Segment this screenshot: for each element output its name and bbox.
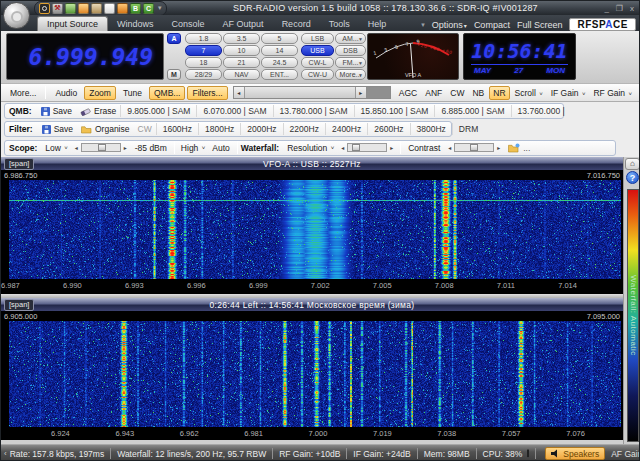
speakers-button[interactable]: Speakers [545,447,605,460]
band-10-button[interactable]: 10 [223,45,260,56]
filter-organise-button[interactable]: Organise [77,123,134,135]
calendar-icon[interactable] [78,3,89,14]
slider-left-arrow-icon[interactable]: ◄ [447,145,452,151]
slider-thumb[interactable] [470,144,478,151]
nb-toggle[interactable]: NB [469,87,487,99]
display-icon[interactable] [65,3,76,14]
qmb-button[interactable]: QMB... [149,86,185,100]
frequency-display[interactable]: 6.999.949 [6,33,164,80]
compact-button[interactable]: Compact [474,20,510,30]
waterfall-resolution-dropdown[interactable]: Resolution ˅ [284,142,337,154]
filter-3800[interactable]: 3800Hz [410,123,452,135]
band-21-button[interactable]: 21 [223,57,260,68]
qmb-memory-4[interactable]: 15.850.100 | SAM [354,105,435,117]
vfo-c-button[interactable]: C [143,3,154,14]
slider-thumb[interactable] [98,144,106,151]
slider-right-arrow-icon[interactable]: ► [496,145,501,151]
mode-cwl-button[interactable]: CW-L [301,57,334,68]
waterfall-color-legend[interactable]: Waterfall: Automatic [627,189,639,442]
maximize-button[interactable]: ❐ [616,4,623,13]
band-14-button[interactable]: 14 [261,45,298,56]
collapse-ribbon-icon[interactable]: ▾ [421,21,425,29]
mode-lsb-button[interactable]: LSB [301,33,334,44]
app-menu-button[interactable] [3,2,30,29]
filter-1600[interactable]: 1600Hz [156,123,198,135]
filter-1800[interactable]: 1800Hz [198,123,240,135]
waterfall-scheme-button[interactable]: ... [504,142,534,154]
waterfall-1-display[interactable] [9,180,621,279]
slider-left-arrow-icon[interactable]: ◄ [234,87,245,98]
organiser-icon[interactable] [91,3,102,14]
qmb-erase-button[interactable]: Erase [76,105,120,117]
band-ent-button[interactable]: ENT... [261,69,298,80]
filter-2000[interactable]: 2000Hz [240,123,282,135]
anf-toggle[interactable]: ANF [422,87,445,99]
mode-more-button[interactable]: More...▼ [335,69,366,80]
fullscreen-button[interactable]: Full Screen [517,20,563,30]
scroll-dropdown[interactable]: Scroll ˅ [512,87,546,99]
tune-button[interactable]: Tune [118,86,147,100]
filter-2600[interactable]: 2600Hz [367,123,409,135]
zoom-slider-thumb[interactable] [245,87,355,98]
band-3_5-button[interactable]: 3.5 [223,33,260,44]
band-5-button[interactable]: 5 [261,33,298,44]
memory-button[interactable]: M [167,69,181,80]
qmb-memory-3[interactable]: 13.780.000 | SAM [273,105,354,117]
tab-record[interactable]: Record [273,16,320,31]
band-nav-button[interactable]: NAV [223,69,260,80]
mode-dsb-button[interactable]: DSB [335,45,366,56]
vfo-a-button[interactable]: A [167,33,181,44]
slider-right-arrow-icon[interactable]: ► [389,145,394,151]
band-7-button[interactable]: 7 [185,45,222,56]
scope-auto-button[interactable]: Auto [209,142,233,154]
waterfall-2-header[interactable]: 0:26:44 Left :: 14:56:41 Московское врем… [1,298,623,311]
mode-fm-button[interactable]: FM...▼ [335,57,366,68]
waterfall-resolution-slider[interactable]: ◄ ► [340,143,394,152]
filter-cw-button[interactable]: CW [134,123,156,135]
slider-left-arrow-icon[interactable]: ◄ [340,145,345,151]
tab-input-source[interactable]: Input Source [37,16,108,31]
waterfall-2-display[interactable] [9,321,621,427]
collapse-panel-button[interactable]: ⌂ [625,158,640,170]
tab-windows[interactable]: Windows [108,16,163,31]
help-icon[interactable]: ? [626,171,639,184]
agc-toggle[interactable]: AGC [396,87,420,99]
customize-toolbar-icon[interactable]: ▾ [158,4,162,12]
slider-left-arrow-icon[interactable]: ◄ [74,145,79,151]
scope-low-slider[interactable]: ◄ ► [74,143,128,152]
home-icon[interactable] [117,3,128,14]
qmb-memory-1[interactable]: 9.805.000 | SAM [120,105,196,117]
more-button[interactable]: More... [5,86,41,100]
qmb-memory-5[interactable]: 6.885.000 | SAM [434,105,510,117]
scope-low-dropdown[interactable]: Low ˅ [42,142,70,154]
rf-gain-dropdown[interactable]: RF Gain ˅ [590,87,635,99]
close-button[interactable]: x [630,4,634,13]
nr-toggle[interactable]: NR [489,86,509,100]
options-menu[interactable]: Options▾ [432,20,467,30]
zoom-slider[interactable]: ◄ ► [233,86,391,99]
if-gain-dropdown[interactable]: IF Gain ˅ [548,87,589,99]
filter-save-button[interactable]: Save [38,123,77,135]
filters-button[interactable]: Filters... [187,86,227,100]
cw-toggle[interactable]: CW [447,87,467,99]
qmb-save-button[interactable]: Save [37,105,76,117]
power-icon[interactable] [39,3,50,14]
waterfall-contrast-slider[interactable]: ◄ ► [447,143,501,152]
tab-af-output[interactable]: AF Output [214,16,273,31]
qmb-memory-6[interactable]: 13.760.000 | [511,105,571,117]
status-left-arrow-icon[interactable]: ‹ [4,449,7,458]
slider-right-arrow-icon[interactable]: ► [123,145,128,151]
zoom-button[interactable]: Zoom [84,86,116,100]
slider-thumb[interactable] [352,144,360,151]
tab-tools[interactable]: Tools [320,16,359,31]
af-gain-button[interactable]: AF Gain [611,449,639,459]
minimize-button[interactable]: _ [604,4,608,13]
slider-right-arrow-icon[interactable]: ► [355,87,366,98]
mode-cwu-button[interactable]: CW-U [301,69,334,80]
vfo-b-button[interactable]: B [130,3,141,14]
tab-console[interactable]: Console [163,16,214,31]
scope-high-dropdown[interactable]: High ˅ [178,142,208,154]
band-18-button[interactable]: 18 [185,57,222,68]
audio-button[interactable]: Audio [50,86,82,100]
qmb-memory-2[interactable]: 6.070.000 | SAM [196,105,272,117]
